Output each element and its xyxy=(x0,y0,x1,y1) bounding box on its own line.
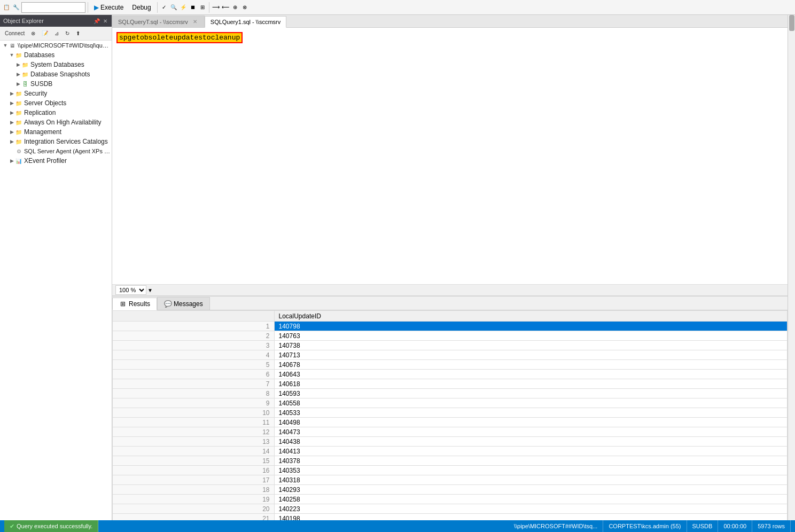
time-status: 00:00:00 xyxy=(718,520,752,532)
expander-integration[interactable]: ▶ xyxy=(9,138,15,145)
results-tab[interactable]: ⊞ Results xyxy=(112,298,157,310)
pin-button[interactable]: 📌 xyxy=(92,18,101,24)
user-status: CORPTEST\kcs.admin (55) xyxy=(603,520,687,532)
table-row[interactable]: 2140763 xyxy=(113,331,788,341)
table-row[interactable]: 16140353 xyxy=(113,466,788,475)
server-icon: 🖥 xyxy=(9,42,16,49)
messages-tab-icon: 💬 xyxy=(164,300,172,308)
row-num-cell: 3 xyxy=(113,341,275,350)
scrollbar-thumb xyxy=(789,15,794,31)
tree-item-always-on[interactable]: ▶ 📁 Always On High Availability xyxy=(0,118,112,127)
filter-icon[interactable]: ⊿ xyxy=(52,29,61,38)
debug-button[interactable]: Debug xyxy=(128,2,154,13)
new-query-icon[interactable]: 📝 xyxy=(39,29,51,38)
table-row[interactable]: 4140713 xyxy=(113,350,788,360)
toolbar-grid-icon[interactable]: ⊞ xyxy=(198,3,207,12)
expander-server-objects[interactable]: ▶ xyxy=(9,100,15,106)
expander-databases[interactable]: ▼ xyxy=(9,52,15,58)
table-row[interactable]: 1140798 xyxy=(113,322,788,331)
expander-db-snapshots[interactable]: ▶ xyxy=(15,71,21,77)
expander-replication[interactable]: ▶ xyxy=(9,109,15,116)
table-row[interactable]: 19140258 xyxy=(113,495,788,504)
local-update-id-cell: 140738 xyxy=(274,341,787,350)
toolbar-exec2-icon[interactable]: ⚡ xyxy=(179,3,188,12)
table-row[interactable]: 11140498 xyxy=(113,418,788,427)
susdb-label: SUSDB xyxy=(30,80,52,88)
tab-2-label: SQLQuery1.sql - \\sccmsrv xyxy=(211,19,280,25)
table-row[interactable]: 20140223 xyxy=(113,504,788,514)
tree-item-xevent[interactable]: ▶ 📊 XEvent Profiler xyxy=(0,156,112,166)
row-num-cell: 18 xyxy=(113,485,275,495)
tree-item-db-snapshots[interactable]: ▶ 📁 Database Snapshots xyxy=(0,69,112,79)
tab-1[interactable]: SQLQueryT.sql - \\sccmsrv ✕ xyxy=(112,15,205,27)
results-grid[interactable]: LocalUpdateID 11407982140763314073841407… xyxy=(112,310,788,520)
row-num-cell: 16 xyxy=(113,466,275,475)
table-row[interactable]: 7140618 xyxy=(113,379,788,389)
system-dbs-label: System Databases xyxy=(30,61,84,68)
refresh-icon[interactable]: ↻ xyxy=(63,29,72,38)
toolbar-misc4[interactable]: ⊗ xyxy=(240,3,249,12)
table-row[interactable]: 6140643 xyxy=(113,370,788,379)
collapse-icon[interactable]: ⬆ xyxy=(73,29,83,38)
tree-item-server-objects[interactable]: ▶ 📁 Server Objects xyxy=(0,98,112,108)
table-row[interactable]: 8140593 xyxy=(113,389,788,398)
editor-scrollbar[interactable] xyxy=(788,15,795,520)
zoom-selector[interactable]: 100 % 75 % 125 % 150 % 200 % xyxy=(115,285,146,295)
table-row[interactable]: 14140413 xyxy=(113,447,788,456)
toolbar-misc3[interactable]: ⊕ xyxy=(231,3,239,12)
table-row[interactable]: 17140318 xyxy=(113,475,788,485)
replication-label: Replication xyxy=(24,109,56,116)
expander-susdb[interactable]: ▶ xyxy=(15,81,21,87)
local-update-id-cell: 140258 xyxy=(274,495,787,504)
expander-system-dbs[interactable]: ▶ xyxy=(15,61,21,68)
expander-management[interactable]: ▶ xyxy=(9,129,15,135)
table-row[interactable]: 12140473 xyxy=(113,427,788,437)
disconnect-icon[interactable]: ⊗ xyxy=(28,29,38,38)
tree-item-security[interactable]: ▶ 📁 Security xyxy=(0,89,112,98)
tree-item-replication[interactable]: ▶ 📁 Replication xyxy=(0,108,112,118)
expander-security[interactable]: ▶ xyxy=(9,90,15,97)
tree-item-susdb[interactable]: ▶ 🗄 SUSDB xyxy=(0,79,112,89)
db-snapshots-icon: 📁 xyxy=(21,71,29,78)
query-editor[interactable]: spgetobsoleteupdatestocleanup xyxy=(112,28,788,284)
tree-item-system-dbs[interactable]: ▶ 📁 System Databases xyxy=(0,60,112,69)
table-row[interactable]: 5140678 xyxy=(113,360,788,370)
db-snapshots-label: Database Snapshots xyxy=(30,71,90,78)
toolbar-misc2[interactable]: ⟵ xyxy=(221,3,230,12)
toolbar-misc1[interactable]: ⟶ xyxy=(212,3,220,12)
local-update-id-cell: 140678 xyxy=(274,360,787,370)
row-num-cell: 5 xyxy=(113,360,275,370)
table-row[interactable]: 3140738 xyxy=(113,341,788,350)
messages-tab[interactable]: 💬 Messages xyxy=(157,297,210,310)
tab-1-close[interactable]: ✕ xyxy=(191,18,199,26)
connect-button[interactable]: Connect xyxy=(2,29,27,38)
tree-item-management[interactable]: ▶ 📁 Management xyxy=(0,127,112,137)
results-tab-label: Results xyxy=(129,300,150,308)
database-selector[interactable]: SUSDB xyxy=(21,2,85,13)
table-row[interactable]: 21140198 xyxy=(113,514,788,521)
execute-button[interactable]: ▶ Execute xyxy=(90,2,127,13)
tree-item-sql-agent[interactable]: ⚙ SQL Server Agent (Agent XPs disabl... xyxy=(0,146,112,156)
table-row[interactable]: 10140533 xyxy=(113,408,788,418)
local-update-id-cell: 140438 xyxy=(274,437,787,447)
expander-xevent[interactable]: ▶ xyxy=(9,158,15,164)
row-num-cell: 14 xyxy=(113,447,275,456)
table-row[interactable]: 18140293 xyxy=(113,485,788,495)
integration-icon: 📁 xyxy=(15,138,22,145)
expander-always-on[interactable]: ▶ xyxy=(9,119,15,126)
expander-server[interactable]: ▼ xyxy=(2,42,9,49)
tab-2[interactable]: SQLQuery1.sql - \\sccmsrv xyxy=(205,16,286,28)
toolbar-parse-icon[interactable]: 🔍 xyxy=(169,3,178,12)
row-num-cell: 17 xyxy=(113,475,275,485)
table-row[interactable]: 15140378 xyxy=(113,456,788,466)
toolbar-stop-icon[interactable]: ⏹ xyxy=(189,3,197,12)
table-row[interactable]: 13140438 xyxy=(113,437,788,447)
tree-item-databases[interactable]: ▼ 📁 Databases xyxy=(0,50,112,60)
tree-item-integration[interactable]: ▶ 📁 Integration Services Catalogs xyxy=(0,137,112,146)
local-update-id-cell: 140498 xyxy=(274,418,787,427)
table-row[interactable]: 9140558 xyxy=(113,398,788,408)
toolbar-check-icon[interactable]: ✓ xyxy=(160,3,168,12)
panel-close-button[interactable]: ✕ xyxy=(102,18,108,24)
tree-item-server[interactable]: ▼ 🖥 \\pipe\MICROSOFT#WID\tsql\quer... xyxy=(0,41,112,50)
local-update-id-cell: 140713 xyxy=(274,350,787,360)
